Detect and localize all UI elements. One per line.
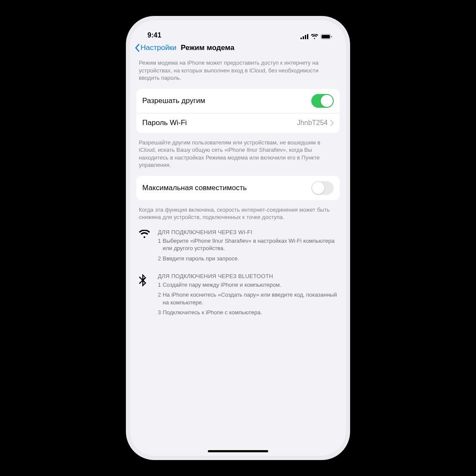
wifi-step-2: 2Введите пароль при запросе. — [158, 255, 337, 263]
wifi-step-1: 1Выберите «iPhone Ilnur Sharafiev» в нас… — [158, 237, 337, 252]
intro-text: Режим модема на iPhone может предоставит… — [130, 56, 346, 85]
max-compat-toggle[interactable] — [311, 181, 334, 195]
wifi-password-value: JhnbT254 — [297, 119, 328, 127]
allow-others-toggle[interactable] — [311, 94, 334, 108]
instructions-section: ДЛЯ ПОДКЛЮЧЕНИЯ ЧЕРЕЗ WI-FI 1Выберите «i… — [130, 225, 346, 319]
bluetooth-instructions: ДЛЯ ПОДКЛЮЧЕНИЯ ЧЕРЕЗ BLUETOOTH 1Создайт… — [139, 273, 337, 319]
bluetooth-instructions-title: ДЛЯ ПОДКЛЮЧЕНИЯ ЧЕРЕЗ BLUETOOTH — [158, 273, 337, 279]
max-compat-footer: Когда эта функция включена, скорость инт… — [130, 204, 346, 225]
scroll-content[interactable]: Режим модема на iPhone может предоставит… — [130, 56, 346, 456]
svg-rect-1 — [303, 36, 304, 39]
svg-rect-0 — [301, 38, 302, 39]
svg-rect-6 — [331, 36, 332, 38]
wifi-icon — [311, 34, 318, 39]
svg-rect-5 — [322, 35, 330, 38]
svg-rect-2 — [305, 35, 306, 39]
svg-rect-3 — [307, 34, 308, 39]
battery-icon — [321, 34, 332, 39]
bt-step-3: 3Подключитесь к iPhone с компьютера. — [158, 309, 337, 316]
chevron-right-icon — [330, 120, 334, 126]
status-bar: 9:41 — [130, 20, 346, 40]
bt-step-2: 2На iPhone коснитесь «Создать пару» или … — [158, 291, 337, 306]
back-button[interactable]: Настройки — [135, 44, 176, 52]
bluetooth-instruction-icon — [139, 273, 151, 319]
chevron-left-icon — [135, 44, 140, 52]
home-indicator[interactable] — [208, 450, 268, 452]
allow-others-label: Разрешать другим — [142, 97, 205, 105]
max-compat-label: Максимальная совместимость — [142, 184, 247, 192]
compat-group: Максимальная совместимость — [136, 176, 340, 200]
allow-others-footer: Разрешайте другим пользователям или устр… — [130, 136, 346, 172]
allow-others-row: Разрешать другим — [136, 89, 340, 113]
back-label: Настройки — [141, 44, 176, 52]
wifi-password-row[interactable]: Пароль Wi-Fi JhnbT254 — [136, 113, 340, 133]
wifi-password-label: Пароль Wi-Fi — [142, 119, 187, 127]
status-time: 9:41 — [147, 31, 161, 39]
page-title: Режим модема — [181, 44, 234, 52]
nav-bar: Настройки Режим модема — [130, 40, 346, 56]
wifi-instructions-title: ДЛЯ ПОДКЛЮЧЕНИЯ ЧЕРЕЗ WI-FI — [158, 229, 337, 235]
wifi-instruction-icon — [139, 229, 151, 265]
max-compat-row: Максимальная совместимость — [136, 176, 340, 200]
wifi-instructions: ДЛЯ ПОДКЛЮЧЕНИЯ ЧЕРЕЗ WI-FI 1Выберите «i… — [139, 229, 337, 265]
phone-frame: 9:41 Настройки Режим модема Режим модема… — [130, 20, 346, 456]
hotspot-group: Разрешать другим Пароль Wi-Fi JhnbT254 — [136, 89, 340, 133]
status-icons — [301, 34, 332, 39]
bt-step-1: 1Создайте пару между iPhone и компьютеро… — [158, 281, 337, 289]
cellular-signal-icon — [301, 34, 308, 39]
